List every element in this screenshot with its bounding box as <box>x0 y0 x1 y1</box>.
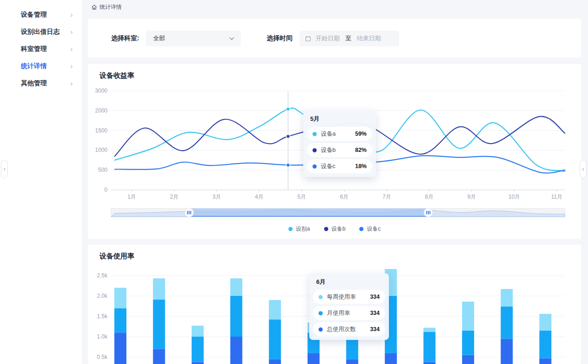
bar-chart-tooltip: 6月 每周使用率 334 月使用率 334 总使用次数 334 <box>309 273 389 340</box>
line-chart-tooltip: 5月 设备a 59% 设备b 82% 设备c 18% <box>303 110 376 177</box>
tooltip-series-label: 设备c <box>321 163 355 170</box>
date-separator: 至 <box>345 34 351 43</box>
legend-item-a[interactable]: 设别a <box>288 225 310 233</box>
total-usage-dot-icon <box>319 327 323 332</box>
time-filter-label: 选择时间 <box>267 34 293 43</box>
tooltip-row: 总使用次数 334 <box>313 322 385 336</box>
tooltip-series-label: 设备a <box>321 130 355 138</box>
legend-dot-icon <box>359 227 363 231</box>
chevron-right-icon: › <box>70 28 73 36</box>
svg-text:1500: 1500 <box>95 127 107 134</box>
end-date-input[interactable]: 结束日期 <box>357 34 381 43</box>
tooltip-series-value: 334 <box>370 310 380 316</box>
svg-text:0: 0 <box>104 187 107 193</box>
svg-text:2.0k: 2.0k <box>97 293 108 299</box>
sidebar-item-label: 设备管理 <box>21 11 70 19</box>
tooltip-row: 设备a 59% <box>307 127 372 141</box>
svg-text:1.5k: 1.5k <box>97 313 108 320</box>
svg-text:2.5k: 2.5k <box>97 272 108 279</box>
sidebar-item-department-management[interactable]: 科室管理 › <box>0 40 82 57</box>
svg-text:3月: 3月 <box>213 194 221 200</box>
sidebar-item-lending-log[interactable]: 设别出借日志 › <box>0 23 82 40</box>
svg-text:1月: 1月 <box>127 194 136 200</box>
series-c-dot-icon <box>313 164 317 169</box>
usage-rate-chart-card: 设备使用率 2.5k2.0k1.5k1.0k0.5k 6月 每周使用率 334 … <box>88 245 581 364</box>
svg-text:3000: 3000 <box>95 88 107 94</box>
tooltip-row: 月使用率 334 <box>313 306 385 320</box>
right-panel-collapse-button[interactable]: ‹ <box>580 160 587 178</box>
legend-dot-icon <box>288 227 293 231</box>
tooltip-series-label: 每周使用率 <box>327 293 370 301</box>
department-select-value: 全部 <box>153 34 229 43</box>
legend-item-c[interactable]: 设备c <box>359 225 381 233</box>
tooltip-row: 每周使用率 334 <box>313 290 385 304</box>
legend-dot-icon <box>324 227 328 231</box>
sidebar-item-label: 设别出借日志 <box>21 28 70 36</box>
start-date-input[interactable]: 开始日期 <box>316 34 340 43</box>
department-select[interactable]: 全部 <box>146 31 241 46</box>
weekly-usage-dot-icon <box>319 295 323 299</box>
svg-text:500: 500 <box>98 167 107 173</box>
sidebar-item-other-management[interactable]: 其他管理 › <box>0 75 82 92</box>
tooltip-header: 6月 <box>316 278 385 286</box>
svg-text:2000: 2000 <box>95 107 107 114</box>
tooltip-series-value: 334 <box>370 326 380 333</box>
svg-text:6月: 6月 <box>340 194 349 200</box>
tooltip-series-label: 月使用率 <box>327 309 370 317</box>
svg-text:10月: 10月 <box>508 194 520 200</box>
chevron-down-icon <box>229 37 234 40</box>
svg-text:2月: 2月 <box>170 194 179 200</box>
home-icon <box>91 4 97 10</box>
tooltip-series-value: 59% <box>355 131 367 137</box>
chevron-right-icon: › <box>70 11 73 19</box>
series-b-dot-icon <box>313 148 317 152</box>
calendar-icon <box>305 36 311 42</box>
sidebar: 设备管理 › 设别出借日志 › 科室管理 › 统计详情 › 其他管理 › <box>0 0 82 364</box>
tooltip-header: 5月 <box>310 115 372 123</box>
svg-text:7月: 7月 <box>382 194 391 200</box>
legend-label: 设备b <box>332 225 346 233</box>
chevron-right-icon: › <box>70 45 73 53</box>
svg-text:9月: 9月 <box>468 194 476 200</box>
tooltip-series-value: 334 <box>370 294 380 300</box>
left-panel-expand-button[interactable]: › <box>1 160 8 178</box>
sidebar-item-label: 其他管理 <box>21 79 70 88</box>
svg-text:4月: 4月 <box>255 194 264 200</box>
sidebar-item-label: 统计详情 <box>21 62 70 70</box>
legend-label: 设备c <box>367 225 381 233</box>
date-range-picker[interactable]: 开始日期 至 结束日期 <box>300 31 399 46</box>
tooltip-series-value: 18% <box>355 163 367 169</box>
main-content: 统计详情 选择科室: 全部 选择时间 <box>82 0 588 364</box>
department-filter-label: 选择科室: <box>111 34 139 43</box>
line-chart-legend: 设别a 设备b 设备c <box>88 225 581 233</box>
tooltip-series-label: 设备b <box>321 146 355 154</box>
chevron-right-icon: › <box>70 79 73 87</box>
sidebar-item-label: 科室管理 <box>21 45 70 53</box>
tooltip-series-value: 82% <box>355 147 367 153</box>
breadcrumb-label: 统计详情 <box>100 3 122 11</box>
svg-text:5月: 5月 <box>297 194 306 200</box>
svg-text:0.5k: 0.5k <box>97 354 108 360</box>
svg-text:8月: 8月 <box>425 194 434 200</box>
filter-panel: 选择科室: 全部 选择时间 开始日期 至 结 <box>88 19 581 57</box>
series-a-dot-icon <box>313 132 317 136</box>
svg-text:1.0k: 1.0k <box>97 333 108 340</box>
monthly-usage-dot-icon <box>319 311 323 315</box>
chevron-right-icon: › <box>70 62 73 70</box>
svg-text:1000: 1000 <box>95 147 107 153</box>
legend-label: 设别a <box>296 225 310 233</box>
chevron-left-icon: ‹ <box>582 166 584 172</box>
revenue-rate-chart-card: 设备收益率 300020001500100050001月2月3月4月5月6月7月… <box>88 64 581 239</box>
breadcrumb: 统计详情 <box>82 0 588 14</box>
tooltip-series-label: 总使用次数 <box>327 326 370 333</box>
chevron-right-icon: › <box>4 166 6 172</box>
tooltip-row: 设备b 82% <box>307 143 372 157</box>
sidebar-item-statistics-detail[interactable]: 统计详情 › <box>0 57 82 75</box>
svg-text:11月: 11月 <box>551 194 562 200</box>
sidebar-item-device-management[interactable]: 设备管理 › <box>0 6 82 23</box>
tooltip-row: 设备c 18% <box>307 159 372 173</box>
legend-item-b[interactable]: 设备b <box>324 225 346 233</box>
